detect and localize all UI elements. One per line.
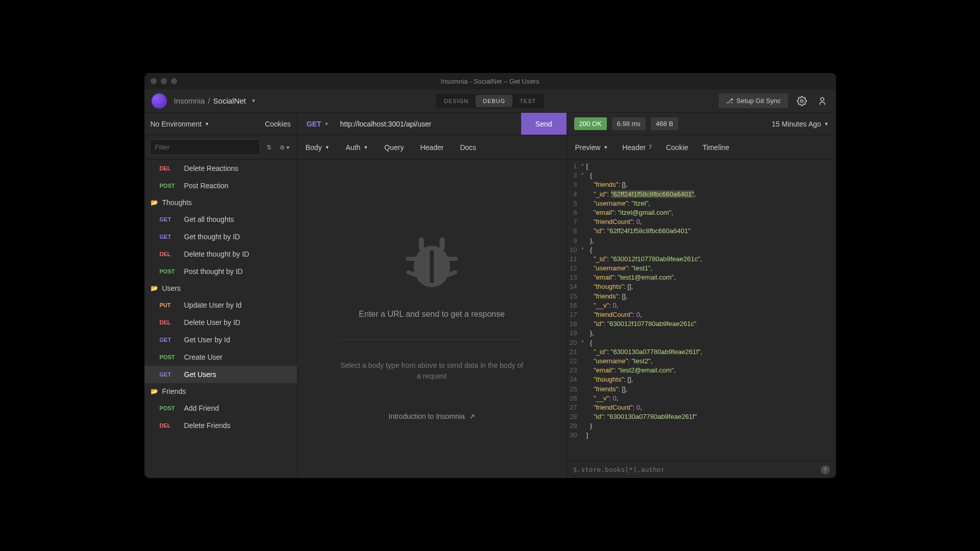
svg-rect-6 — [446, 257, 458, 261]
request-item[interactable]: POSTCreate User — [144, 348, 297, 366]
method-badge: POST — [160, 183, 177, 189]
method-badge: DEL — [160, 319, 177, 325]
json-line: 8 "id": "62ff24f1f58c8fbc660a6401" — [567, 227, 836, 236]
request-item[interactable]: GETGet thought by ID — [144, 228, 297, 245]
json-line: 12 "username": "test1", — [567, 264, 836, 273]
json-line: 9 }, — [567, 236, 836, 245]
filter-input[interactable] — [150, 139, 261, 155]
json-line: 29 } — [567, 421, 836, 431]
method-badge: GET — [160, 216, 177, 222]
folder-friends[interactable]: 📂Friends — [144, 383, 297, 399]
svg-point-1 — [820, 97, 824, 101]
request-tabs: Body▼ Auth▼ Query Header Docs — [298, 135, 567, 160]
json-line: 6 "email": "itzel@gmail.com", — [567, 208, 836, 217]
tab-design[interactable]: DESIGN — [437, 95, 476, 107]
minimize-window-button[interactable] — [161, 78, 167, 84]
method-badge: DEL — [160, 422, 177, 429]
account-button[interactable] — [816, 94, 829, 108]
request-name: Get User by Id — [184, 336, 230, 344]
environment-select[interactable]: No Environment ▼ — [151, 120, 265, 128]
method-badge: GET — [160, 371, 177, 378]
folder-label: Thoughts — [162, 198, 192, 207]
request-item[interactable]: DELDelete thought by ID — [144, 245, 297, 263]
jsonpath-input[interactable] — [573, 466, 821, 473]
sort-button[interactable]: ⇅ — [264, 142, 274, 153]
tab-resp-header[interactable]: Header7 — [622, 143, 651, 152]
maximize-window-button[interactable] — [171, 78, 177, 84]
tab-test[interactable]: TEST — [512, 95, 543, 107]
request-name: Get thought by ID — [184, 233, 240, 241]
json-line: 15 "friends": [], — [567, 292, 836, 301]
request-item[interactable]: POSTAdd Friend — [144, 399, 297, 417]
cookies-button[interactable]: Cookies — [265, 120, 291, 128]
add-request-button[interactable]: ⊕ ▾ — [278, 142, 291, 153]
json-line: 4 "_id": "62ff24f1f58c8fbc660a6401", — [567, 190, 836, 199]
folder-open-icon: 📂 — [151, 388, 158, 395]
request-name: Update User by Id — [184, 301, 242, 309]
folder-users[interactable]: 📂Users — [144, 280, 297, 296]
request-item[interactable]: DELDelete User by ID — [144, 314, 297, 331]
request-item[interactable]: GETGet User by Id — [144, 331, 297, 348]
request-item[interactable]: POSTPost thought by ID — [144, 263, 297, 280]
tab-header[interactable]: Header — [420, 143, 444, 152]
close-window-button[interactable] — [151, 78, 157, 84]
json-line: 11 "_id": "630012f107780ab9feae261c", — [567, 255, 836, 264]
intro-link[interactable]: Introduction to Insomnia ↗ — [388, 412, 475, 420]
settings-button[interactable] — [795, 94, 808, 108]
json-line: 1▾[ — [567, 162, 836, 171]
method-badge: DEL — [160, 251, 177, 257]
chevron-down-icon: ▼ — [324, 121, 329, 127]
body-empty-message: Enter a URL and send to get a response — [359, 310, 505, 319]
json-line: 21 "_id": "6300130a07780ab9feae261f", — [567, 347, 836, 357]
filter-bar: ⇅ ⊕ ▾ — [144, 135, 297, 160]
request-item[interactable]: GETGet all thoughts — [144, 211, 297, 228]
breadcrumb[interactable]: Insomnia / SocialNet ▼ — [174, 96, 256, 105]
tab-debug[interactable]: DEBUG — [476, 95, 512, 107]
tab-timeline[interactable]: Timeline — [702, 143, 729, 152]
response-time: 6.98 ms — [612, 117, 646, 130]
breadcrumb-project: SocialNet — [213, 96, 246, 105]
method-select[interactable]: GET ▼ — [298, 113, 338, 135]
json-line: 22 "username": "test2", — [567, 357, 836, 366]
json-line: 23 "email": "test2@email.com", — [567, 366, 836, 375]
tab-body[interactable]: Body▼ — [306, 143, 330, 152]
response-age-select[interactable]: 15 Minutes Ago ▼ — [772, 120, 828, 128]
svg-rect-4 — [439, 237, 445, 250]
folder-thoughts[interactable]: 📂Thoughts — [144, 194, 297, 211]
request-item[interactable]: DELDelete Friends — [144, 417, 297, 434]
tab-cookie[interactable]: Cookie — [666, 143, 689, 152]
app-window: Insomnia - SocialNet – Get Users Insomni… — [144, 73, 836, 478]
git-sync-button[interactable]: ⎇ Setup Git Sync — [719, 93, 788, 108]
content: No Environment ▼ Cookies ⇅ ⊕ ▾ DELDelete… — [144, 113, 836, 478]
url-input[interactable] — [338, 120, 521, 128]
json-line: 2▾ { — [567, 171, 836, 180]
send-button[interactable]: Send — [521, 113, 567, 135]
request-item[interactable]: DELDelete Reactions — [144, 160, 297, 177]
chevron-down-icon: ▼ — [824, 121, 829, 127]
request-item[interactable]: PUTUpdate User by Id — [144, 296, 297, 314]
json-line: 18 "id": "630012f107780ab9feae261c" — [567, 319, 836, 329]
request-body-area: Enter a URL and send to get a response S… — [298, 160, 567, 478]
user-icon — [817, 96, 827, 106]
tab-auth[interactable]: Auth▼ — [346, 143, 368, 152]
sidebar: No Environment ▼ Cookies ⇅ ⊕ ▾ DELDelete… — [144, 113, 298, 478]
request-name: Delete User by ID — [184, 318, 240, 327]
request-name: Delete thought by ID — [184, 250, 250, 258]
tab-query[interactable]: Query — [384, 143, 404, 152]
tab-docs[interactable]: Docs — [460, 143, 476, 152]
json-viewer[interactable]: 1▾[2▾ {3 "friends": [],4 "_id": "62ff24f… — [567, 160, 836, 461]
header-right: ⎇ Setup Git Sync — [719, 93, 829, 108]
request-name: Post Reaction — [184, 182, 229, 190]
request-name: Get all thoughts — [184, 215, 234, 223]
response-status-bar: 200 OK 6.98 ms 468 B 15 Minutes Ago ▼ — [567, 113, 836, 135]
gear-icon — [797, 96, 807, 106]
request-item[interactable]: POSTPost Reaction — [144, 177, 297, 194]
request-item[interactable]: GETGet Users — [144, 366, 297, 383]
chevron-down-icon: ▼ — [603, 145, 608, 150]
bug-icon — [399, 218, 465, 289]
tab-preview[interactable]: Preview▼ — [575, 143, 608, 152]
json-line: 3 "friends": [], — [567, 180, 836, 189]
mode-tabs: DESIGN DEBUG TEST — [436, 94, 544, 108]
help-icon[interactable]: ? — [821, 465, 830, 474]
app-header: Insomnia / SocialNet ▼ DESIGN DEBUG TEST… — [144, 89, 836, 113]
